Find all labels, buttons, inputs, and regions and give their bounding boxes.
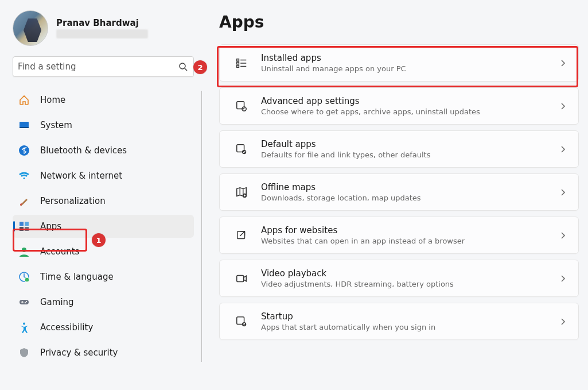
svg-rect-12 bbox=[20, 300, 29, 304]
search-icon[interactable] bbox=[178, 62, 188, 71]
card-sub: Downloads, storage location, map updates bbox=[261, 194, 546, 202]
gamepad-icon bbox=[18, 296, 30, 308]
card-video-playback[interactable]: Video playback Video adjustments, HDR st… bbox=[219, 260, 579, 297]
settings-window: Pranav Bhardwaj Home System Bluetoot bbox=[0, 0, 588, 390]
card-advanced-app-settings[interactable]: Advanced app settings Choose where to ge… bbox=[219, 87, 579, 125]
sidebar-item-label: Bluetooth & devices bbox=[40, 145, 127, 156]
svg-rect-7 bbox=[20, 227, 24, 231]
sidebar-item-label: Home bbox=[40, 95, 65, 105]
svg-point-0 bbox=[180, 63, 185, 69]
svg-rect-28 bbox=[237, 275, 244, 281]
card-text: Advanced app settings Choose where to ge… bbox=[261, 96, 546, 116]
svg-line-1 bbox=[185, 68, 187, 71]
bluetooth-icon bbox=[18, 145, 30, 156]
sidebar-item-accounts[interactable]: Accounts bbox=[13, 240, 194, 263]
card-offline-maps[interactable]: Offline maps Downloads, storage location… bbox=[219, 173, 579, 211]
card-apps-for-websites[interactable]: Apps for websites Websites that can open… bbox=[219, 217, 579, 254]
card-title: Video playback bbox=[261, 268, 546, 279]
card-text: Video playback Video adjustments, HDR st… bbox=[261, 268, 546, 288]
profile-text: Pranav Bhardwaj bbox=[56, 18, 148, 38]
accessibility-icon bbox=[18, 322, 30, 333]
chevron-right-icon bbox=[559, 318, 567, 326]
sidebar-item-time-language[interactable]: Time & language bbox=[13, 265, 194, 288]
sidebar-item-label: Privacy & security bbox=[40, 347, 118, 358]
open-link-icon bbox=[235, 229, 248, 242]
chevron-right-icon bbox=[559, 188, 567, 196]
avatar bbox=[13, 10, 48, 46]
profile-block[interactable]: Pranav Bhardwaj bbox=[13, 10, 201, 46]
sidebar-item-home[interactable]: Home bbox=[13, 88, 194, 111]
sidebar-scrollbar[interactable] bbox=[201, 91, 202, 362]
sidebar-item-label: Accessibility bbox=[40, 322, 93, 333]
sidebar-item-system[interactable]: System bbox=[13, 114, 194, 137]
card-title: Default apps bbox=[261, 139, 546, 149]
map-download-icon bbox=[235, 186, 248, 199]
page-title: Apps bbox=[219, 13, 579, 32]
card-sub: Defaults for file and link types, other … bbox=[261, 150, 546, 159]
card-text: Default apps Defaults for file and link … bbox=[261, 139, 546, 159]
svg-point-9 bbox=[22, 248, 26, 252]
search-box[interactable] bbox=[13, 56, 194, 77]
video-icon bbox=[235, 272, 248, 285]
startup-icon bbox=[235, 315, 248, 329]
brush-icon bbox=[18, 195, 30, 207]
chevron-right-icon bbox=[559, 231, 567, 240]
card-sub: Uninstall and manage apps on your PC bbox=[261, 64, 546, 73]
card-title: Advanced app settings bbox=[261, 96, 546, 106]
search-input[interactable] bbox=[18, 61, 178, 72]
app-gear-icon bbox=[235, 99, 248, 113]
sidebar-item-label: Apps bbox=[40, 221, 61, 231]
sidebar-item-accessibility[interactable]: Accessibility bbox=[13, 316, 194, 339]
app-check-icon bbox=[235, 142, 248, 156]
sidebar-item-gaming[interactable]: Gaming bbox=[13, 291, 194, 314]
system-icon bbox=[18, 119, 30, 131]
sidebar-item-personalization[interactable]: Personalization bbox=[13, 190, 194, 213]
svg-rect-16 bbox=[237, 59, 239, 61]
svg-point-14 bbox=[25, 302, 26, 303]
svg-rect-3 bbox=[20, 127, 29, 128]
sidebar-item-label: Gaming bbox=[40, 297, 74, 307]
card-installed-apps[interactable]: Installed apps Uninstall and manage apps… bbox=[219, 44, 579, 82]
card-startup[interactable]: Startup Apps that start automatically wh… bbox=[219, 303, 579, 340]
svg-rect-18 bbox=[237, 65, 239, 67]
chevron-right-icon bbox=[559, 275, 567, 283]
card-title: Apps for websites bbox=[261, 225, 546, 235]
clock-globe-icon bbox=[18, 271, 30, 283]
profile-name: Pranav Bhardwaj bbox=[56, 18, 148, 28]
wifi-icon bbox=[18, 170, 30, 182]
sidebar-nav: Home System Bluetooth & devices Network … bbox=[13, 88, 201, 364]
svg-rect-22 bbox=[237, 101, 244, 109]
sidebar-item-label: Time & language bbox=[40, 272, 114, 282]
list-icon bbox=[235, 56, 248, 70]
card-text: Startup Apps that start automatically wh… bbox=[261, 311, 546, 331]
chevron-right-icon bbox=[559, 145, 567, 153]
card-title: Offline maps bbox=[261, 182, 546, 192]
sidebar-item-label: Personalization bbox=[40, 196, 106, 206]
profile-email-redacted bbox=[56, 29, 148, 38]
sidebar-item-label: Accounts bbox=[40, 246, 79, 257]
card-text: Installed apps Uninstall and manage apps… bbox=[261, 53, 546, 73]
svg-point-13 bbox=[26, 301, 27, 302]
chevron-right-icon bbox=[559, 59, 567, 67]
sidebar-item-bluetooth[interactable]: Bluetooth & devices bbox=[13, 139, 194, 162]
card-default-apps[interactable]: Default apps Defaults for file and link … bbox=[219, 130, 579, 168]
svg-rect-17 bbox=[237, 62, 239, 64]
card-sub: Websites that can open in an app instead… bbox=[261, 237, 546, 245]
settings-cards: Installed apps Uninstall and manage apps… bbox=[219, 44, 579, 340]
sidebar-item-network[interactable]: Network & internet bbox=[13, 164, 194, 187]
svg-rect-6 bbox=[25, 222, 29, 226]
svg-rect-8 bbox=[25, 227, 29, 231]
sidebar-item-apps[interactable]: Apps bbox=[13, 215, 194, 238]
home-icon bbox=[18, 94, 30, 106]
sidebar-item-label: System bbox=[40, 120, 72, 130]
card-title: Installed apps bbox=[261, 53, 546, 63]
card-sub: Apps that start automatically when you s… bbox=[261, 323, 546, 331]
shield-icon bbox=[18, 347, 30, 358]
svg-point-15 bbox=[23, 323, 25, 325]
sidebar-item-privacy[interactable]: Privacy & security bbox=[13, 341, 194, 364]
card-text: Offline maps Downloads, storage location… bbox=[261, 182, 546, 202]
apps-icon bbox=[18, 221, 30, 232]
card-sub: Choose where to get apps, archive apps, … bbox=[261, 107, 546, 116]
sidebar-item-label: Network & internet bbox=[40, 171, 122, 181]
card-sub: Video adjustments, HDR streaming, batter… bbox=[261, 280, 546, 288]
